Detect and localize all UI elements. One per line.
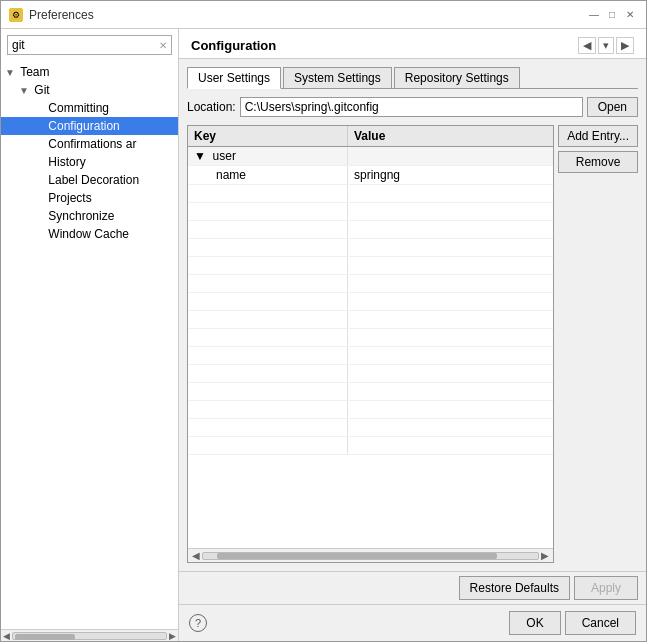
spacer-icon <box>33 229 45 240</box>
table-cell-key: ▼ user <box>188 147 348 165</box>
search-input[interactable] <box>12 38 159 52</box>
ok-button[interactable]: OK <box>509 611 560 635</box>
table-body: ▼ user name springng <box>188 147 553 548</box>
sidebar-item-configuration[interactable]: Configuration <box>1 117 178 135</box>
table-row-empty <box>188 437 553 455</box>
sidebar-item-label: Configuration <box>48 119 119 133</box>
expand-icon: ▼ <box>19 85 31 96</box>
footer: ? OK Cancel <box>179 604 646 641</box>
nav-dropdown-button[interactable]: ▾ <box>598 37 614 54</box>
sidebar-item-label: Window Cache <box>48 227 129 241</box>
add-entry-button[interactable]: Add Entry... <box>558 125 638 147</box>
open-button[interactable]: Open <box>587 97 638 117</box>
spacer-icon <box>33 157 45 168</box>
preferences-window: ⚙ Preferences — □ ✕ ✕ ▼ Team <box>0 0 647 642</box>
sidebar-scrollbar[interactable]: ◀ ▶ <box>1 629 178 641</box>
table-row-empty <box>188 185 553 203</box>
footer-buttons: OK Cancel <box>509 611 636 635</box>
scrollbar-thumb <box>15 634 75 640</box>
search-clear-button[interactable]: ✕ <box>159 40 167 51</box>
tab-user-settings[interactable]: User Settings <box>187 67 281 89</box>
table-row-empty <box>188 347 553 365</box>
nav-forward-button[interactable]: ▶ <box>616 37 634 54</box>
col-header-value: Value <box>348 126 553 146</box>
sidebar-item-label: Confirmations ar <box>48 137 136 151</box>
panel-title: Configuration <box>191 38 276 53</box>
sidebar-item-history[interactable]: History <box>1 153 178 171</box>
table-cell-value: springng <box>348 166 553 184</box>
sidebar-item-team[interactable]: ▼ Team <box>1 63 178 81</box>
close-button[interactable]: ✕ <box>622 7 638 23</box>
spacer-icon <box>33 139 45 150</box>
spacer-icon <box>33 175 45 186</box>
restore-apply-row: Restore Defaults Apply <box>179 571 646 604</box>
help-button[interactable]: ? <box>189 614 207 632</box>
config-table: Key Value ▼ user name <box>187 125 554 563</box>
location-row: Location: Open <box>187 97 638 117</box>
minimize-button[interactable]: — <box>586 7 602 23</box>
maximize-button[interactable]: □ <box>604 7 620 23</box>
table-row-empty <box>188 419 553 437</box>
sidebar-item-window-cache[interactable]: Window Cache <box>1 225 178 243</box>
title-bar: ⚙ Preferences — □ ✕ <box>1 1 646 29</box>
location-label: Location: <box>187 100 236 114</box>
sidebar-item-synchronize[interactable]: Synchronize <box>1 207 178 225</box>
scrollbar-track <box>12 632 167 640</box>
scroll-right-arrow[interactable]: ▶ <box>539 550 551 561</box>
table-row-empty <box>188 257 553 275</box>
tab-system-settings[interactable]: System Settings <box>283 67 392 88</box>
sidebar-item-committing[interactable]: Committing <box>1 99 178 117</box>
spacer-icon <box>33 193 45 204</box>
table-cell-value <box>348 154 553 158</box>
restore-defaults-button[interactable]: Restore Defaults <box>459 576 570 600</box>
table-row[interactable]: ▼ user <box>188 147 553 166</box>
right-panel: Configuration ◀ ▾ ▶ User Settings System… <box>179 29 646 641</box>
nav-back-button[interactable]: ◀ <box>578 37 596 54</box>
sidebar-item-label: History <box>48 155 85 169</box>
scroll-left-icon[interactable]: ◀ <box>3 631 10 641</box>
remove-button[interactable]: Remove <box>558 151 638 173</box>
sidebar-item-label: Git <box>34 83 49 97</box>
sidebar-item-projects[interactable]: Projects <box>1 189 178 207</box>
table-row-empty <box>188 293 553 311</box>
tabs-container: User Settings System Settings Repository… <box>187 67 638 89</box>
table-row-empty <box>188 383 553 401</box>
sidebar-item-confirmations[interactable]: Confirmations ar <box>1 135 178 153</box>
tab-repository-settings[interactable]: Repository Settings <box>394 67 520 88</box>
scroll-left-arrow[interactable]: ◀ <box>190 550 202 561</box>
search-box: ✕ <box>7 35 172 55</box>
table-row-empty <box>188 203 553 221</box>
spacer-icon <box>33 211 45 222</box>
table-cell-key: name <box>188 166 348 184</box>
panel-header: Configuration ◀ ▾ ▶ <box>179 29 646 59</box>
scroll-right-icon[interactable]: ▶ <box>169 631 176 641</box>
sidebar-item-label-decoration[interactable]: Label Decoration <box>1 171 178 189</box>
main-content: ✕ ▼ Team ▼ Git Committing <box>1 29 646 641</box>
window-controls: — □ ✕ <box>586 7 638 23</box>
tree-container: ▼ Team ▼ Git Committing Configuration <box>1 61 178 629</box>
table-row-empty <box>188 275 553 293</box>
table-row-empty <box>188 239 553 257</box>
sidebar-item-label: Synchronize <box>48 209 114 223</box>
cancel-button[interactable]: Cancel <box>565 611 636 635</box>
sidebar-item-label: Team <box>20 65 49 79</box>
table-header: Key Value <box>188 126 553 147</box>
table-row-empty <box>188 329 553 347</box>
location-input[interactable] <box>240 97 583 117</box>
sidebar-item-git[interactable]: ▼ Git <box>1 81 178 99</box>
window-title: Preferences <box>29 8 94 22</box>
table-row-empty <box>188 401 553 419</box>
table-row[interactable]: name springng <box>188 166 553 185</box>
apply-button[interactable]: Apply <box>574 576 638 600</box>
expand-icon: ▼ <box>5 67 17 78</box>
sidebar: ✕ ▼ Team ▼ Git Committing <box>1 29 179 641</box>
spacer-icon <box>33 121 45 132</box>
header-nav: ◀ ▾ ▶ <box>578 37 634 54</box>
title-bar-left: ⚙ Preferences <box>9 8 94 22</box>
app-icon: ⚙ <box>9 8 23 22</box>
table-horizontal-scrollbar[interactable]: ◀ ▶ <box>188 548 553 562</box>
col-header-key: Key <box>188 126 348 146</box>
table-area: Key Value ▼ user name <box>187 125 638 563</box>
sidebar-item-label: Label Decoration <box>48 173 139 187</box>
table-row-empty <box>188 365 553 383</box>
